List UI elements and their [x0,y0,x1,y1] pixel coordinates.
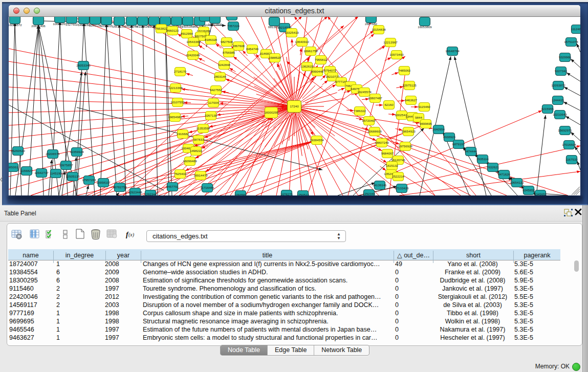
svg-text:(x): (x) [128,232,135,238]
